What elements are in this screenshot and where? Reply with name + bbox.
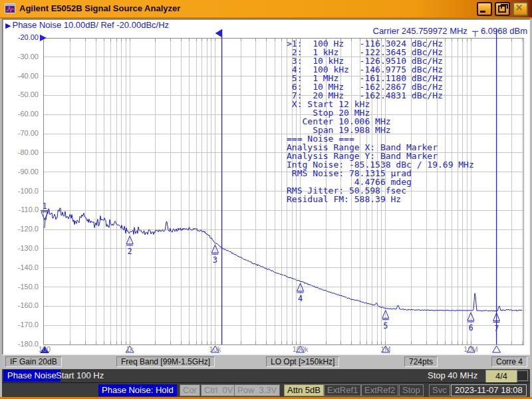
x-tick-label: 100k: [286, 345, 315, 353]
close-button[interactable]: ✕: [513, 2, 528, 16]
minimize-icon: [480, 11, 485, 13]
restore-icon: [498, 5, 506, 13]
window-title: Agilent E5052B Signal Source Analyzer: [19, 3, 180, 13]
lo-opt-field[interactable]: LO Opt [>150kHz]: [266, 356, 339, 367]
svg-text:4: 4: [298, 294, 303, 303]
channel-bar: Phase Noise Start 100 Hz Stop 40 MHz 4/4: [2, 369, 530, 382]
svg-text:2: 2: [128, 247, 132, 256]
y-tick-label: -30.00: [2, 53, 39, 61]
y-tick-label: -160.0: [2, 301, 39, 309]
measurement-status: Phase Noise: Hold: [98, 384, 177, 396]
titlebar[interactable]: Agilent E5052B Signal Source Analyzer ✕: [0, 0, 532, 19]
ctrl-voltage-indicator: Ctrl 0V: [201, 384, 236, 396]
datetime-display: 2023-11-07 18:08: [451, 384, 527, 396]
points-field[interactable]: 724pts: [404, 356, 438, 367]
attn-indicator: Attn 5dB: [284, 384, 324, 396]
svg-text:3: 3: [213, 255, 217, 265]
minimize-button[interactable]: [477, 2, 492, 16]
measurement-tab-phase-noise[interactable]: Phase Noise: [3, 370, 61, 382]
y-tick-label: -80.00: [2, 148, 39, 156]
settings-bar: IF Gain 20dB Freq Band [99M-1.5GHz] LO O…: [2, 354, 530, 370]
phase-noise-trace: [45, 208, 522, 311]
y-tick-label: -130.0: [2, 244, 39, 252]
svg-text:6: 6: [468, 323, 473, 332]
y-tick-label: -70.00: [2, 129, 39, 137]
x-tick-label: 1k: [115, 345, 144, 353]
sweep-start-label: Start 100 Hz: [56, 370, 104, 380]
y-tick-label: -140.0: [2, 263, 39, 271]
freq-band-field[interactable]: Freq Band [99M-1.5GHz]: [116, 356, 215, 367]
y-tick-label: -40.00: [2, 72, 39, 80]
extref1-indicator: ExtRef1: [324, 384, 361, 396]
y-tick-label: -90.00: [2, 168, 39, 176]
x-tick-label: 10M: [456, 345, 485, 353]
restore-button[interactable]: [495, 2, 510, 16]
y-tick-label: -50.00: [2, 90, 39, 98]
if-gain-field[interactable]: IF Gain 20dB: [5, 356, 62, 367]
marker-readout: >1: 100 Hz -116.3024 dBc/Hz 2: 1 kHz -12…: [287, 39, 474, 203]
y-tick-label: -120.0: [2, 225, 39, 233]
svg-text:7: 7: [494, 324, 499, 333]
svc-indicator: Svc: [429, 384, 450, 396]
axis-marker-triangles: [40, 346, 501, 353]
y-tick-label: -170.0: [2, 321, 39, 329]
y-tick-label: -150.0: [2, 283, 39, 291]
page-indicator[interactable]: 4/4: [485, 370, 517, 383]
app-icon: [5, 3, 15, 13]
svg-text:1: 1: [42, 201, 47, 211]
y-tick-label: -100.0: [2, 187, 39, 195]
sweep-stop-label: Stop 40 MHz: [428, 370, 477, 380]
x-tick-label: 100: [30, 345, 59, 353]
close-icon: ✕: [514, 3, 524, 12]
app-window: Agilent E5052B Signal Source Analyzer ✕ …: [0, 0, 532, 399]
cor-indicator: Cor: [180, 384, 200, 396]
display-screen: ▶Phase Noise 10.00dB/ Ref -20.00dBc/Hz C…: [2, 19, 530, 354]
correlation-field[interactable]: Corre 4: [491, 356, 527, 367]
channel-corner-box: [517, 370, 528, 381]
pow-voltage-indicator: Pow 3.3V: [234, 384, 280, 396]
stop-indicator: Stop: [399, 384, 424, 396]
svg-text:5: 5: [383, 321, 388, 331]
y-tick-label: -60.00: [2, 110, 39, 118]
extref2-indicator: ExtRef2: [361, 384, 398, 396]
status-bar: Phase Noise: Hold Cor Ctrl 0V Pow 3.3V A…: [2, 382, 530, 398]
y-tick-label: -110.0: [2, 205, 39, 213]
x-tick-label: 10k: [200, 345, 229, 353]
y-tick-label: -20.00: [2, 33, 39, 41]
x-tick-label: 1M: [371, 345, 400, 353]
